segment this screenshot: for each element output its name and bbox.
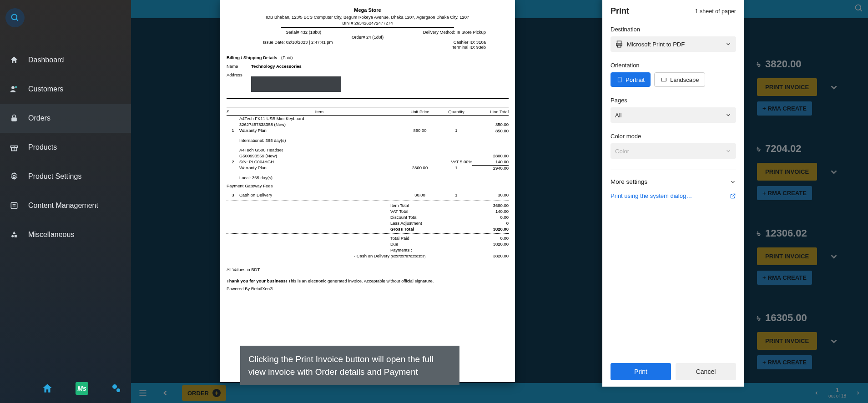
system-dialog-link[interactable]: Print using the system dialog…	[611, 192, 736, 199]
issue-date: Issue Date: 02/10/2023 | 2:47:41 pm	[263, 40, 333, 45]
address-key: Address	[227, 72, 246, 77]
print-title: Print	[611, 6, 629, 16]
delivery-method: Delivery Method: In Store Pickup	[423, 30, 486, 35]
ms-logo[interactable]: Ms	[76, 382, 88, 395]
pages-label: Pages	[611, 97, 736, 104]
sidebar-item-label: Miscellaneous	[28, 231, 74, 239]
sidebar-item-miscellaneous[interactable]: Miscellaneous	[0, 220, 131, 249]
store-name: Mega Store	[227, 7, 509, 13]
sidebar-item-content-management[interactable]: Content Management	[0, 191, 131, 220]
sidebar-item-orders[interactable]: Orders	[0, 104, 131, 133]
external-link-icon	[730, 193, 736, 199]
pages-select[interactable]: All	[611, 107, 736, 123]
color-mode-select: Color	[611, 143, 736, 159]
customer-name: Technology Accessories	[251, 64, 302, 69]
svg-point-20	[112, 384, 117, 389]
col-quantity: Quantity	[440, 109, 472, 114]
svg-rect-26	[661, 78, 666, 81]
svg-point-21	[116, 388, 120, 392]
help-tooltip: Clicking the Print Invoice button will o…	[240, 346, 459, 385]
doc-icon	[9, 201, 19, 210]
terminal-id: Terminal ID: 93eb	[452, 45, 486, 50]
portrait-button[interactable]: Portrait	[611, 72, 651, 87]
sidebar-item-label: Products	[28, 143, 57, 151]
cashier-id: Cashier ID: 310a	[454, 40, 486, 45]
sidebar-search-button[interactable]	[5, 8, 25, 27]
all-values: All Values in BDT	[227, 267, 509, 272]
gateway-fees-label: Payment Gateway Fees	[227, 183, 509, 188]
orientation-label: Orientation	[611, 62, 736, 69]
sidebar-item-customers[interactable]: Customers	[0, 75, 131, 104]
cancel-button[interactable]: Cancel	[676, 363, 736, 380]
chevron-down-icon	[725, 112, 732, 118]
svg-point-8	[15, 86, 17, 88]
gear-icon	[9, 172, 19, 181]
svg-point-7	[11, 86, 15, 89]
user-icon	[9, 85, 19, 94]
col-line-total: Line Total	[472, 109, 509, 114]
print-dialog: Print 1 sheet of paper Destination Micro…	[602, 0, 744, 387]
svg-point-5	[12, 15, 17, 20]
svg-marker-17	[13, 232, 16, 234]
home-bottom-icon[interactable]	[41, 382, 54, 395]
sheet-count: 1 sheet of paper	[695, 8, 736, 15]
chevron-down-icon	[725, 41, 732, 47]
sidebar-item-label: Orders	[28, 114, 50, 122]
sidebar-item-label: Dashboard	[28, 56, 64, 64]
destination-select[interactable]: Microsoft Print to PDF	[611, 36, 736, 52]
bin: BIN # 2634262472477274	[227, 20, 509, 25]
sidebar-item-products[interactable]: Products	[0, 133, 131, 162]
svg-point-18	[11, 235, 14, 237]
col-unit-price: Unit Price	[399, 109, 440, 114]
sidebar-item-product-settings[interactable]: Product Settings	[0, 162, 131, 191]
home-icon	[9, 55, 19, 65]
col-item: Item	[239, 109, 399, 114]
col-sl: SL	[227, 109, 239, 114]
settings-bottom-icon[interactable]	[110, 382, 123, 395]
landscape-icon	[660, 76, 667, 83]
gift-icon	[9, 143, 19, 152]
name-key: Name	[227, 64, 246, 69]
paid-status: (Paid)	[281, 55, 293, 60]
sidebar-item-label: Customers	[28, 85, 63, 93]
store-address: IDB Bhaban, 123/5 BCS Computer City, Beg…	[227, 15, 509, 20]
landscape-button[interactable]: Landscape	[654, 72, 705, 87]
sidebar: Dashboard Customers Orders Products Prod…	[0, 0, 131, 403]
svg-rect-25	[618, 77, 621, 82]
chevron-down-icon	[730, 179, 736, 185]
invoice-preview: Mega Store IDB Bhaban, 123/5 BCS Compute…	[220, 0, 515, 382]
sidebar-item-dashboard[interactable]: Dashboard	[0, 45, 131, 75]
billing-label: Billing / Shipping Details	[227, 55, 277, 60]
svg-rect-9	[11, 117, 17, 121]
destination-label: Destination	[611, 26, 736, 33]
address-redacted	[251, 76, 341, 92]
svg-point-13	[13, 176, 15, 178]
printer-icon	[615, 40, 623, 48]
order-number: Order# 24 (1d8f)	[227, 35, 509, 40]
svg-line-6	[16, 19, 18, 21]
powered-by: Powered By RetailXen®	[227, 286, 509, 291]
color-mode-label: Color mode	[611, 133, 736, 140]
shapes-icon	[9, 230, 19, 239]
print-button[interactable]: Print	[611, 363, 671, 380]
chevron-down-icon	[725, 148, 732, 154]
sidebar-item-label: Product Settings	[28, 172, 81, 181]
more-settings[interactable]: More settings	[611, 170, 736, 185]
lock-icon	[9, 114, 19, 123]
serial: Serial# 432 (18b8)	[286, 30, 321, 35]
portrait-icon	[616, 76, 623, 83]
svg-rect-19	[15, 235, 17, 237]
sidebar-item-label: Content Management	[28, 202, 98, 210]
